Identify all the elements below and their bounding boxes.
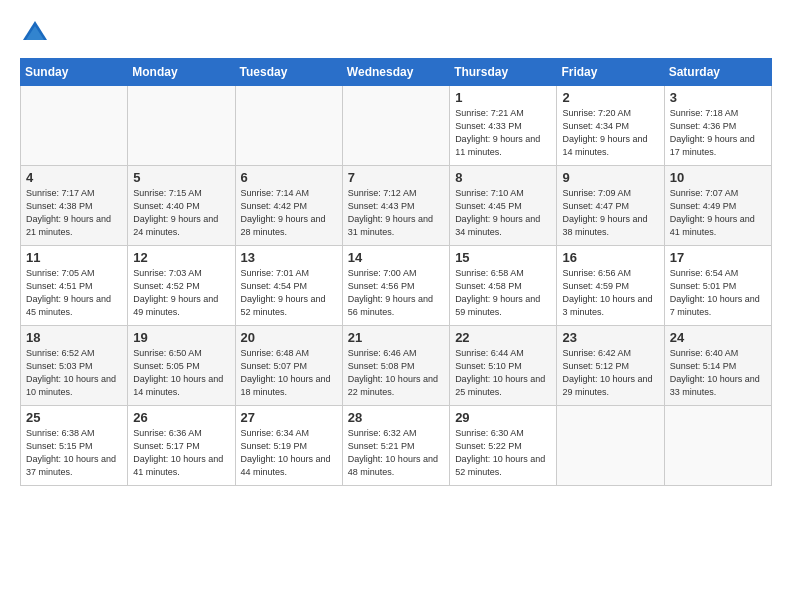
day-info: Sunrise: 7:21 AM Sunset: 4:33 PM Dayligh… bbox=[455, 107, 551, 159]
calendar-cell: 3Sunrise: 7:18 AM Sunset: 4:36 PM Daylig… bbox=[664, 86, 771, 166]
calendar-cell: 11Sunrise: 7:05 AM Sunset: 4:51 PM Dayli… bbox=[21, 246, 128, 326]
week-row-3: 11Sunrise: 7:05 AM Sunset: 4:51 PM Dayli… bbox=[21, 246, 772, 326]
day-number: 19 bbox=[133, 330, 229, 345]
calendar-cell: 26Sunrise: 6:36 AM Sunset: 5:17 PM Dayli… bbox=[128, 406, 235, 486]
week-row-1: 1Sunrise: 7:21 AM Sunset: 4:33 PM Daylig… bbox=[21, 86, 772, 166]
day-number: 22 bbox=[455, 330, 551, 345]
day-number: 24 bbox=[670, 330, 766, 345]
day-number: 10 bbox=[670, 170, 766, 185]
calendar-cell: 15Sunrise: 6:58 AM Sunset: 4:58 PM Dayli… bbox=[450, 246, 557, 326]
day-info: Sunrise: 7:14 AM Sunset: 4:42 PM Dayligh… bbox=[241, 187, 337, 239]
calendar-cell bbox=[664, 406, 771, 486]
day-number: 15 bbox=[455, 250, 551, 265]
calendar-cell: 1Sunrise: 7:21 AM Sunset: 4:33 PM Daylig… bbox=[450, 86, 557, 166]
day-info: Sunrise: 7:05 AM Sunset: 4:51 PM Dayligh… bbox=[26, 267, 122, 319]
calendar-cell bbox=[21, 86, 128, 166]
day-number: 13 bbox=[241, 250, 337, 265]
calendar-cell: 18Sunrise: 6:52 AM Sunset: 5:03 PM Dayli… bbox=[21, 326, 128, 406]
header bbox=[20, 18, 772, 48]
calendar-cell: 9Sunrise: 7:09 AM Sunset: 4:47 PM Daylig… bbox=[557, 166, 664, 246]
calendar-cell: 8Sunrise: 7:10 AM Sunset: 4:45 PM Daylig… bbox=[450, 166, 557, 246]
day-number: 12 bbox=[133, 250, 229, 265]
calendar-header: SundayMondayTuesdayWednesdayThursdayFrid… bbox=[21, 59, 772, 86]
column-header-wednesday: Wednesday bbox=[342, 59, 449, 86]
day-number: 17 bbox=[670, 250, 766, 265]
calendar-cell: 16Sunrise: 6:56 AM Sunset: 4:59 PM Dayli… bbox=[557, 246, 664, 326]
day-info: Sunrise: 7:01 AM Sunset: 4:54 PM Dayligh… bbox=[241, 267, 337, 319]
day-number: 8 bbox=[455, 170, 551, 185]
calendar-cell: 28Sunrise: 6:32 AM Sunset: 5:21 PM Dayli… bbox=[342, 406, 449, 486]
column-header-friday: Friday bbox=[557, 59, 664, 86]
day-info: Sunrise: 7:10 AM Sunset: 4:45 PM Dayligh… bbox=[455, 187, 551, 239]
day-number: 1 bbox=[455, 90, 551, 105]
day-number: 23 bbox=[562, 330, 658, 345]
day-number: 26 bbox=[133, 410, 229, 425]
day-number: 4 bbox=[26, 170, 122, 185]
day-number: 3 bbox=[670, 90, 766, 105]
week-row-4: 18Sunrise: 6:52 AM Sunset: 5:03 PM Dayli… bbox=[21, 326, 772, 406]
calendar-cell: 6Sunrise: 7:14 AM Sunset: 4:42 PM Daylig… bbox=[235, 166, 342, 246]
calendar-cell: 24Sunrise: 6:40 AM Sunset: 5:14 PM Dayli… bbox=[664, 326, 771, 406]
day-info: Sunrise: 7:15 AM Sunset: 4:40 PM Dayligh… bbox=[133, 187, 229, 239]
calendar-cell: 23Sunrise: 6:42 AM Sunset: 5:12 PM Dayli… bbox=[557, 326, 664, 406]
calendar-cell: 29Sunrise: 6:30 AM Sunset: 5:22 PM Dayli… bbox=[450, 406, 557, 486]
calendar-cell bbox=[342, 86, 449, 166]
day-info: Sunrise: 6:36 AM Sunset: 5:17 PM Dayligh… bbox=[133, 427, 229, 479]
calendar-cell: 21Sunrise: 6:46 AM Sunset: 5:08 PM Dayli… bbox=[342, 326, 449, 406]
day-number: 18 bbox=[26, 330, 122, 345]
day-number: 28 bbox=[348, 410, 444, 425]
day-info: Sunrise: 7:07 AM Sunset: 4:49 PM Dayligh… bbox=[670, 187, 766, 239]
day-number: 5 bbox=[133, 170, 229, 185]
column-header-sunday: Sunday bbox=[21, 59, 128, 86]
calendar-cell bbox=[557, 406, 664, 486]
day-info: Sunrise: 7:00 AM Sunset: 4:56 PM Dayligh… bbox=[348, 267, 444, 319]
day-number: 27 bbox=[241, 410, 337, 425]
day-info: Sunrise: 7:12 AM Sunset: 4:43 PM Dayligh… bbox=[348, 187, 444, 239]
day-info: Sunrise: 7:20 AM Sunset: 4:34 PM Dayligh… bbox=[562, 107, 658, 159]
header-row: SundayMondayTuesdayWednesdayThursdayFrid… bbox=[21, 59, 772, 86]
day-info: Sunrise: 7:18 AM Sunset: 4:36 PM Dayligh… bbox=[670, 107, 766, 159]
calendar-body: 1Sunrise: 7:21 AM Sunset: 4:33 PM Daylig… bbox=[21, 86, 772, 486]
day-info: Sunrise: 6:56 AM Sunset: 4:59 PM Dayligh… bbox=[562, 267, 658, 319]
calendar-cell: 2Sunrise: 7:20 AM Sunset: 4:34 PM Daylig… bbox=[557, 86, 664, 166]
day-info: Sunrise: 6:58 AM Sunset: 4:58 PM Dayligh… bbox=[455, 267, 551, 319]
day-number: 20 bbox=[241, 330, 337, 345]
day-info: Sunrise: 7:09 AM Sunset: 4:47 PM Dayligh… bbox=[562, 187, 658, 239]
calendar-cell bbox=[128, 86, 235, 166]
day-number: 16 bbox=[562, 250, 658, 265]
day-info: Sunrise: 6:54 AM Sunset: 5:01 PM Dayligh… bbox=[670, 267, 766, 319]
column-header-saturday: Saturday bbox=[664, 59, 771, 86]
calendar-cell: 12Sunrise: 7:03 AM Sunset: 4:52 PM Dayli… bbox=[128, 246, 235, 326]
day-number: 14 bbox=[348, 250, 444, 265]
day-info: Sunrise: 6:50 AM Sunset: 5:05 PM Dayligh… bbox=[133, 347, 229, 399]
calendar-cell: 27Sunrise: 6:34 AM Sunset: 5:19 PM Dayli… bbox=[235, 406, 342, 486]
day-number: 2 bbox=[562, 90, 658, 105]
page-container: SundayMondayTuesdayWednesdayThursdayFrid… bbox=[0, 0, 792, 496]
day-number: 25 bbox=[26, 410, 122, 425]
day-info: Sunrise: 6:46 AM Sunset: 5:08 PM Dayligh… bbox=[348, 347, 444, 399]
day-info: Sunrise: 6:38 AM Sunset: 5:15 PM Dayligh… bbox=[26, 427, 122, 479]
week-row-2: 4Sunrise: 7:17 AM Sunset: 4:38 PM Daylig… bbox=[21, 166, 772, 246]
logo bbox=[20, 18, 54, 48]
calendar-cell: 7Sunrise: 7:12 AM Sunset: 4:43 PM Daylig… bbox=[342, 166, 449, 246]
day-info: Sunrise: 6:52 AM Sunset: 5:03 PM Dayligh… bbox=[26, 347, 122, 399]
calendar-cell: 17Sunrise: 6:54 AM Sunset: 5:01 PM Dayli… bbox=[664, 246, 771, 326]
calendar-cell: 4Sunrise: 7:17 AM Sunset: 4:38 PM Daylig… bbox=[21, 166, 128, 246]
column-header-monday: Monday bbox=[128, 59, 235, 86]
day-info: Sunrise: 6:30 AM Sunset: 5:22 PM Dayligh… bbox=[455, 427, 551, 479]
day-info: Sunrise: 7:03 AM Sunset: 4:52 PM Dayligh… bbox=[133, 267, 229, 319]
calendar-cell: 13Sunrise: 7:01 AM Sunset: 4:54 PM Dayli… bbox=[235, 246, 342, 326]
day-number: 7 bbox=[348, 170, 444, 185]
day-info: Sunrise: 6:40 AM Sunset: 5:14 PM Dayligh… bbox=[670, 347, 766, 399]
day-info: Sunrise: 6:34 AM Sunset: 5:19 PM Dayligh… bbox=[241, 427, 337, 479]
calendar-cell: 20Sunrise: 6:48 AM Sunset: 5:07 PM Dayli… bbox=[235, 326, 342, 406]
day-number: 9 bbox=[562, 170, 658, 185]
day-number: 6 bbox=[241, 170, 337, 185]
day-info: Sunrise: 6:42 AM Sunset: 5:12 PM Dayligh… bbox=[562, 347, 658, 399]
column-header-thursday: Thursday bbox=[450, 59, 557, 86]
calendar-cell: 14Sunrise: 7:00 AM Sunset: 4:56 PM Dayli… bbox=[342, 246, 449, 326]
calendar-cell: 22Sunrise: 6:44 AM Sunset: 5:10 PM Dayli… bbox=[450, 326, 557, 406]
day-info: Sunrise: 6:44 AM Sunset: 5:10 PM Dayligh… bbox=[455, 347, 551, 399]
logo-icon bbox=[20, 18, 50, 48]
calendar-cell: 10Sunrise: 7:07 AM Sunset: 4:49 PM Dayli… bbox=[664, 166, 771, 246]
